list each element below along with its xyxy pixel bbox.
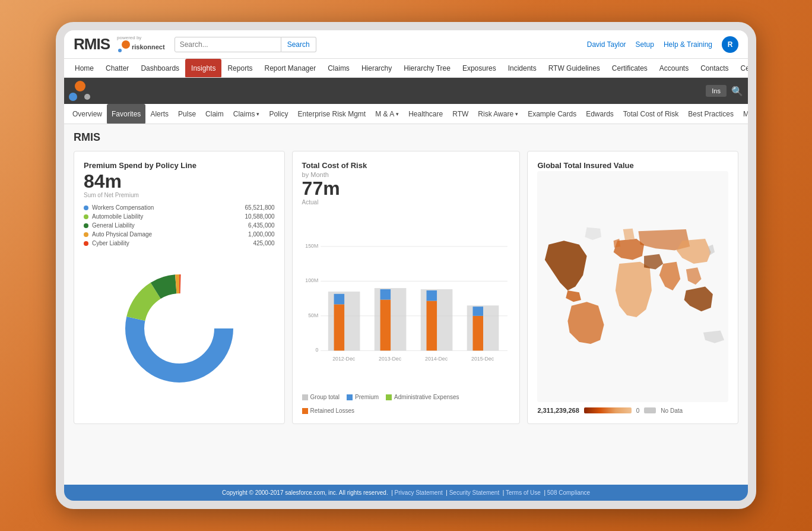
svg-rect-25 <box>472 306 483 316</box>
nav-insights[interactable]: Insights <box>185 59 221 78</box>
legend-label-premium: Premium <box>355 394 379 400</box>
nav-rtw[interactable]: RTW Guidelines <box>543 59 606 78</box>
nav-hierarchy[interactable]: Hierarchy <box>356 59 398 78</box>
no-data-swatch <box>644 407 656 413</box>
legend-admin: Administrative Expenses <box>386 394 459 400</box>
ins-nav-claims[interactable]: Claims ▾ <box>229 104 265 124</box>
insights-ins-button[interactable]: Ins <box>706 85 727 97</box>
legend-premium: Premium <box>347 394 379 400</box>
footer-terms[interactable]: Terms of Use <box>506 489 541 496</box>
ins-nav-example[interactable]: Example Cards <box>523 104 581 124</box>
legend-label-admin: Administrative Expenses <box>394 394 459 400</box>
card2-subtitle: Actual <box>302 199 510 206</box>
ins-nav-policy[interactable]: Policy <box>264 104 293 124</box>
map-container <box>537 171 728 402</box>
donut-chart-wrapper <box>84 243 275 414</box>
legend-workers-comp: Workers Compensation 65,521,800 <box>84 204 275 211</box>
legend-auto-liab: Automobile Liability 10,588,000 <box>84 213 275 220</box>
riskonnect-text: riskonnect <box>132 43 165 50</box>
total-cost-card: Total Cost of Risk by Month 77m Actual 1… <box>292 151 521 424</box>
legend-dot-gen <box>84 223 88 228</box>
footer: Copyright © 2000-2017 salesforce.com, in… <box>64 485 748 501</box>
svg-rect-24 <box>472 316 483 350</box>
svg-text:2015-Dec: 2015-Dec <box>471 356 494 362</box>
insights-logo <box>69 80 91 102</box>
insights-bar: Ins 🔍 <box>64 78 748 104</box>
tablet-frame: RMIS powered by riskonnect Search <box>56 22 756 509</box>
legend-val-apd: 1,000,000 <box>248 231 275 238</box>
user-avatar[interactable]: R <box>722 36 738 53</box>
user-name[interactable]: David Taylor <box>587 40 626 49</box>
legend-group-total: Group total <box>302 394 340 400</box>
footer-privacy[interactable]: Privacy Statement <box>395 489 443 496</box>
map-zero: 0 <box>636 407 640 414</box>
legend-dot-auto <box>84 214 88 219</box>
card1-title: Premium Spend by Policy Line <box>84 161 275 170</box>
map-legend: 2,311,239,268 0 No Data <box>537 407 728 414</box>
legend-label-gen: General Liability <box>92 222 135 229</box>
nav-certificates[interactable]: Certificates <box>606 59 654 78</box>
powered-by-text: powered by <box>117 35 141 40</box>
card3-title: Global Total Insured Value <box>537 161 728 170</box>
donut-legend: Workers Compensation 65,521,800 Automobi… <box>84 204 275 249</box>
nav-report-manager[interactable]: Report Manager <box>258 59 322 78</box>
legend-dot-apd <box>84 232 88 237</box>
footer-security[interactable]: Security Statement <box>449 489 499 496</box>
card1-value: 84m <box>84 171 275 192</box>
ins-nav-best-practices[interactable]: Best Practices <box>683 104 738 124</box>
footer-508[interactable]: 508 Compliance <box>547 489 590 496</box>
rmis-logo: RMIS <box>74 35 110 53</box>
nav-reports[interactable]: Reports <box>221 59 258 78</box>
ins-nav-alerts[interactable]: Alerts <box>145 104 173 124</box>
nav-hierarchy-tree[interactable]: Hierarchy Tree <box>398 59 456 78</box>
svg-text:100M: 100M <box>305 277 318 283</box>
legend-label-group: Group total <box>310 394 340 400</box>
ins-nav-enterprise[interactable]: Enterprise Risk Mgmt <box>293 104 370 124</box>
insights-search-icon[interactable]: 🔍 <box>731 86 743 97</box>
legend-sq-admin <box>386 394 392 400</box>
global-insured-card: Global Total Insured Value <box>527 151 738 424</box>
nav-exposures[interactable]: Exposures <box>456 59 502 78</box>
premium-spend-card: Premium Spend by Policy Line 84m Sum of … <box>74 151 285 424</box>
ins-nav-more[interactable]: More <box>738 104 748 124</box>
ins-nav-overview[interactable]: Overview <box>68 104 107 124</box>
legend-val-workers: 65,521,800 <box>245 204 275 211</box>
top-right: David Taylor Setup Help & Training R <box>587 36 738 53</box>
search-input[interactable] <box>175 37 281 52</box>
nav-chatter[interactable]: Chatter <box>100 59 135 78</box>
nav-accounts[interactable]: Accounts <box>654 59 694 78</box>
top-navbar: RMIS powered by riskonnect Search <box>64 30 748 59</box>
svg-text:2012-Dec: 2012-Dec <box>332 356 356 362</box>
content-area: RMIS Premium Spend by Policy Line 84m Su… <box>64 124 748 485</box>
ins-nav-total-cost[interactable]: Total Cost of Risk <box>618 104 683 124</box>
chart-legend: Group total Premium Administrative Expen… <box>302 394 510 414</box>
ins-nav-edwards[interactable]: Edwards <box>581 104 618 124</box>
legend-sq-retained <box>302 408 308 414</box>
ins-nav-favorites[interactable]: Favorites <box>107 104 145 124</box>
setup-link[interactable]: Setup <box>636 40 654 49</box>
ins-nav-claim[interactable]: Claim <box>201 104 229 124</box>
nav-dashboards[interactable]: Dashboards <box>135 59 185 78</box>
map-area: 2,311,239,268 0 No Data <box>537 171 728 414</box>
svg-text:2013-Dec: 2013-Dec <box>379 356 402 362</box>
legend-val-auto: 10,588,000 <box>245 213 275 220</box>
ins-nav-pulse[interactable]: Pulse <box>173 104 201 124</box>
search-button[interactable]: Search <box>281 37 316 52</box>
bar-chart-area: 150M 100M 50M 0 <box>302 211 510 414</box>
help-link[interactable]: Help & Training <box>664 40 712 49</box>
ins-nav-ma[interactable]: M & A ▾ <box>370 104 404 124</box>
logo-area: RMIS powered by riskonnect <box>74 35 165 53</box>
ins-nav-healthcare[interactable]: Healthcare <box>404 104 448 124</box>
nav-contacts[interactable]: Contacts <box>694 59 734 78</box>
map-gradient <box>584 407 632 413</box>
ins-nav-rtw[interactable]: RTW <box>448 104 473 124</box>
legend-label-auto: Automobile Liability <box>92 213 143 220</box>
nav-home[interactable]: Home <box>69 59 100 78</box>
nav-claims[interactable]: Claims <box>322 59 356 78</box>
svg-rect-16 <box>334 294 344 305</box>
svg-rect-21 <box>426 301 437 351</box>
nav-incidents[interactable]: Incidents <box>502 59 543 78</box>
ins-nav-risk-aware[interactable]: Risk Aware ▾ <box>473 104 523 124</box>
nav-cert-req[interactable]: Certificate Requirement <box>735 59 748 78</box>
riskonnect-logo: powered by riskonnect <box>115 35 165 53</box>
